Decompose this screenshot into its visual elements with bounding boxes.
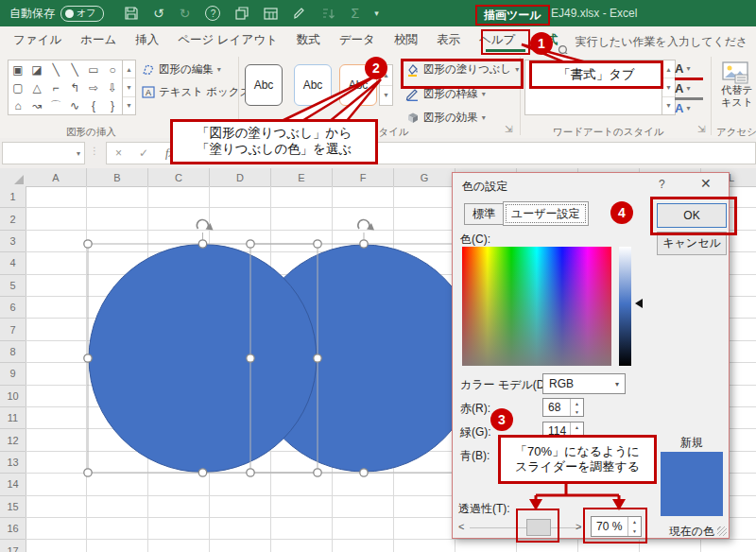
name-box[interactable]: ▾	[2, 142, 85, 164]
autosum-icon[interactable]: Σ	[351, 7, 359, 20]
row-header-7[interactable]: 7	[0, 319, 26, 340]
shape-icon-10[interactable]: ⇨	[89, 82, 98, 94]
edit-shapes-button[interactable]: 図形の編集 ▾	[142, 62, 221, 77]
tab-校閲[interactable]: 校閲	[394, 32, 418, 48]
row-header-3[interactable]: 3	[0, 231, 26, 252]
step-badge-3: 3	[490, 408, 513, 431]
wordart-gallery-scroll[interactable]: ▲ ▼ ▼	[662, 60, 676, 115]
text-box-button[interactable]: A テキスト ボックス ▾	[142, 85, 258, 99]
resize-grip[interactable]	[717, 526, 727, 536]
redo-icon[interactable]: ↻	[180, 7, 191, 20]
transparency-label: 透過性(T):	[458, 501, 510, 517]
row-header-10[interactable]: 10	[0, 386, 26, 407]
text-effects-button[interactable]: A▾	[675, 99, 703, 117]
shape-icon-16[interactable]: {	[92, 100, 95, 112]
tab-数式[interactable]: 数式	[297, 32, 320, 48]
shape-effects-button[interactable]: 図形の効果 ▾	[405, 111, 486, 125]
shape-icon-13[interactable]: ↝	[32, 100, 42, 112]
wordart-dialog-launcher[interactable]: ⇲	[697, 124, 705, 134]
shape-icon-17[interactable]: }	[111, 100, 114, 112]
pen-icon[interactable]	[293, 7, 306, 20]
row-header-17[interactable]: 17	[0, 540, 26, 552]
row-header-4[interactable]: 4	[0, 252, 26, 274]
shape-icon-6[interactable]: ▢	[12, 82, 23, 94]
row-header-1[interactable]: 1	[0, 186, 26, 208]
color-model-select[interactable]: RGB ▾	[542, 373, 626, 394]
column-header-C[interactable]: C	[148, 168, 210, 187]
shape-style-sample-2[interactable]: Abc	[294, 64, 332, 106]
row-header-11[interactable]: 11	[0, 407, 26, 429]
shape-icon-5[interactable]: ○	[109, 64, 115, 76]
alt-text-button[interactable]: 代替テキスト	[718, 61, 756, 109]
autosave-label: 自動保存	[9, 6, 55, 22]
shape-icon-12[interactable]: ⌂	[14, 100, 21, 112]
namebox-dropdown-icon: ▾	[77, 149, 80, 158]
enter-entry-icon[interactable]: ✓	[139, 147, 148, 160]
help-icon[interactable]: ?	[205, 6, 220, 21]
red-label: 赤(R):	[460, 401, 490, 417]
row-header-15[interactable]: 15	[0, 496, 26, 518]
shape-icon-15[interactable]: ∿	[70, 100, 79, 112]
shape-icon-3[interactable]: ╲	[71, 64, 77, 76]
row-header-6[interactable]: 6	[0, 297, 26, 319]
dialog-close-icon[interactable]: ✕	[700, 176, 712, 191]
column-header-B[interactable]: B	[87, 168, 148, 187]
shape-icon-9[interactable]: ↰	[70, 82, 79, 94]
shape-icon-2[interactable]: ╲	[52, 64, 59, 76]
shape-icon-8[interactable]: ⌐	[52, 82, 59, 94]
color-spectrum[interactable]	[462, 247, 611, 366]
tab-ファイル[interactable]: ファイル	[13, 32, 61, 48]
tab-データ[interactable]: データ	[339, 32, 375, 48]
tab-standard[interactable]: 標準	[464, 203, 504, 225]
column-header-D[interactable]: D	[210, 168, 271, 187]
column-header-F[interactable]: F	[333, 168, 394, 187]
shape-icon-11[interactable]: ⇩	[108, 82, 117, 94]
qat-more-icon[interactable]: ▾	[374, 9, 379, 18]
row-header-9[interactable]: 9	[0, 363, 26, 385]
column-header-E[interactable]: E	[271, 168, 333, 187]
format-tab-callout: 「書式」タブ	[529, 60, 663, 89]
text-fill-button[interactable]: A▾	[675, 60, 703, 80]
row-header-16[interactable]: 16	[0, 518, 26, 540]
shape-icon-14[interactable]: ⌒	[50, 100, 61, 112]
shapes-gallery[interactable]: ▣◪╲╲▭○▢△⌐↰⇨⇩⌂↝⌒∿{}	[8, 60, 123, 115]
autosave-toggle[interactable]: オフ	[60, 6, 104, 22]
luminance-arrow-icon[interactable]	[635, 299, 643, 308]
shape-style-sample-1[interactable]: Abc	[245, 64, 283, 106]
red-value-spinner[interactable]: 68▲▼	[542, 398, 584, 417]
slider-right-arrow[interactable]: >	[576, 521, 581, 532]
row-header-2[interactable]: 2	[0, 208, 26, 230]
shape-icon-4[interactable]: ▭	[88, 64, 98, 76]
shape-outline-button[interactable]: 図形の枠線 ▾	[405, 87, 486, 101]
cancel-entry-icon[interactable]: ×	[115, 147, 122, 160]
tab-表示[interactable]: 表示	[437, 32, 460, 48]
svg-text:A: A	[146, 88, 151, 97]
shape-styles-dialog-launcher[interactable]: ⇲	[505, 124, 512, 134]
row-header-13[interactable]: 13	[0, 452, 26, 474]
tab-ホーム[interactable]: ホーム	[80, 32, 116, 48]
row-header-12[interactable]: 12	[0, 429, 26, 451]
drawing-tools-context-tab[interactable]: 描画ツール	[475, 5, 550, 26]
shape-icon-1[interactable]: ◪	[31, 64, 42, 76]
undo-icon[interactable]: ↺	[153, 7, 164, 20]
select-all-corner[interactable]	[0, 168, 26, 187]
copy-squares-icon[interactable]	[235, 7, 249, 20]
tab-custom[interactable]: ユーザー設定	[503, 201, 589, 226]
sort-filter-icon[interactable]	[321, 8, 335, 20]
luminance-bar[interactable]	[619, 247, 631, 366]
shapes-gallery-scroll[interactable]: ▲ ▼ ▼	[122, 60, 136, 115]
column-header-A[interactable]: A	[26, 168, 87, 187]
slider-left-arrow[interactable]: <	[458, 521, 464, 532]
save-icon[interactable]	[125, 7, 138, 20]
row-header-8[interactable]: 8	[0, 341, 26, 363]
tab-挿入[interactable]: 挿入	[135, 32, 159, 48]
dialog-help-icon[interactable]: ?	[659, 178, 665, 191]
column-header-G[interactable]: G	[394, 168, 455, 187]
row-header-5[interactable]: 5	[0, 275, 26, 297]
tab-ページ レイアウト[interactable]: ページ レイアウト	[178, 32, 278, 48]
shape-icon-7[interactable]: △	[32, 82, 41, 94]
table-icon[interactable]	[264, 8, 278, 20]
row-header-14[interactable]: 14	[0, 474, 26, 495]
text-outline-button[interactable]: A▾	[675, 79, 703, 100]
shape-icon-0[interactable]: ▣	[12, 64, 23, 76]
